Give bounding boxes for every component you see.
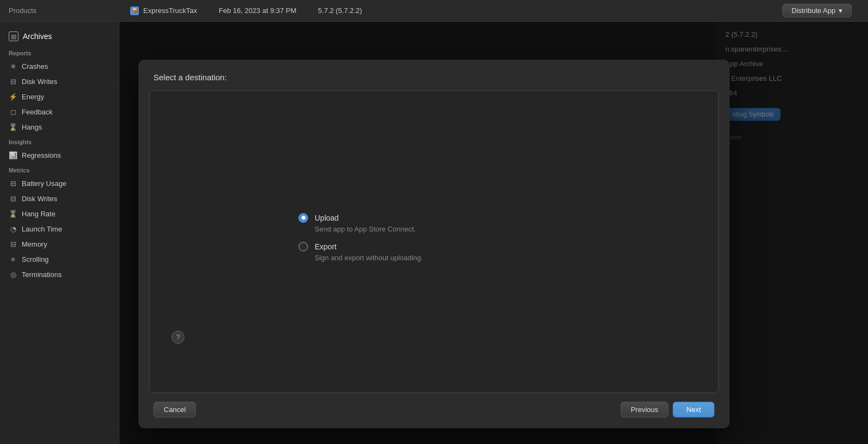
archive-version: 5.7.2 (5.7.2.2) [318, 7, 362, 15]
sidebar-item-launch-time[interactable]: ◔ Launch Time [0, 221, 119, 236]
insights-section-label: Insights [0, 134, 119, 147]
upload-description: Send app to App Store Connect. [315, 225, 570, 233]
main-layout: ▤ Archives Reports ✳︎ Crashes ⊟ Disk Wri… [0, 22, 868, 444]
archive-date: Feb 16, 2023 at 9:37 PM [219, 7, 296, 15]
modal-header: Select a destination: [138, 60, 730, 91]
sidebar-item-metrics-disk-writes[interactable]: ⊟ Disk Writes [0, 191, 119, 206]
regressions-icon: 📊 [9, 151, 17, 159]
products-label: Products [0, 7, 119, 15]
modal-content: Upload Send app to App Store Connect. Ex… [149, 91, 719, 393]
sidebar-item-scrolling[interactable]: ≡ Scrolling [0, 252, 119, 267]
cancel-button[interactable]: Cancel [154, 402, 196, 417]
upload-option[interactable]: Upload Send app to App Store Connect. [298, 213, 570, 233]
sidebar-item-battery-usage[interactable]: ⊟ Battery Usage [0, 176, 119, 191]
export-option[interactable]: Export Sign and export without uploading… [298, 242, 570, 262]
crashes-icon: ✳︎ [9, 62, 17, 70]
top-bar: Products 📦 ExpressTruckTax Feb 16, 2023 … [0, 0, 868, 22]
archive-name: 📦 ExpressTruckTax [130, 7, 197, 15]
sidebar-item-archives[interactable]: ▤ Archives [0, 27, 119, 46]
reports-section-label: Reports [0, 46, 119, 59]
sidebar-item-feedback[interactable]: ◻ Feedback [0, 104, 119, 119]
metrics-section-label: Metrics [0, 163, 119, 176]
hang-rate-icon: ⌛ [9, 209, 17, 218]
disk-writes-icon: ⊟ [9, 77, 17, 86]
energy-icon: ⚡ [9, 92, 17, 101]
modal-footer: Cancel Previous Next [138, 393, 730, 428]
upload-option-row: Upload [298, 213, 570, 223]
launch-time-icon: ◔ [9, 224, 17, 233]
distribute-modal: Select a destination: Upload Send app to… [138, 60, 730, 428]
memory-icon: ⊟ [9, 240, 17, 248]
export-option-row: Export [298, 242, 570, 252]
upload-radio[interactable] [298, 213, 308, 223]
hangs-icon: ⌛ [9, 123, 17, 131]
feedback-icon: ◻ [9, 107, 17, 116]
sidebar: ▤ Archives Reports ✳︎ Crashes ⊟ Disk Wri… [0, 22, 119, 444]
modal-title: Select a destination: [154, 73, 714, 82]
sidebar-item-hang-rate[interactable]: ⌛ Hang Rate [0, 206, 119, 221]
distribute-app-button[interactable]: Distribute App ▾ [782, 4, 852, 17]
sidebar-item-crashes[interactable]: ✳︎ Crashes [0, 59, 119, 74]
previous-button[interactable]: Previous [621, 402, 669, 417]
modal-overlay: Select a destination: Upload Send app to… [119, 22, 868, 444]
archives-icon: ▤ [9, 31, 18, 41]
sidebar-item-hangs[interactable]: ⌛ Hangs [0, 119, 119, 134]
metrics-disk-writes-icon: ⊟ [9, 194, 17, 203]
archive-icon: 📦 [130, 7, 139, 15]
sidebar-item-memory[interactable]: ⊟ Memory [0, 236, 119, 252]
sidebar-item-disk-writes[interactable]: ⊟ Disk Writes [0, 74, 119, 89]
upload-label: Upload [315, 214, 339, 222]
archive-info: 📦 ExpressTruckTax Feb 16, 2023 at 9:37 P… [119, 4, 868, 17]
scrolling-icon: ≡ [9, 255, 17, 263]
chevron-down-icon: ▾ [839, 7, 843, 15]
help-button[interactable]: ? [171, 331, 184, 344]
next-button[interactable]: Next [673, 402, 714, 417]
export-description: Sign and export without uploading. [315, 254, 570, 262]
export-label: Export [315, 242, 336, 251]
sidebar-item-regressions[interactable]: 📊 Regressions [0, 147, 119, 163]
battery-usage-icon: ⊟ [9, 179, 17, 188]
terminations-icon: ◎ [9, 270, 17, 279]
content-area: 2 (5.7.2.2) n.spanenterprises.... App Ar… [119, 22, 868, 444]
export-radio[interactable] [298, 242, 308, 252]
sidebar-item-energy[interactable]: ⚡ Energy [0, 89, 119, 104]
sidebar-item-terminations[interactable]: ◎ Terminations [0, 267, 119, 282]
